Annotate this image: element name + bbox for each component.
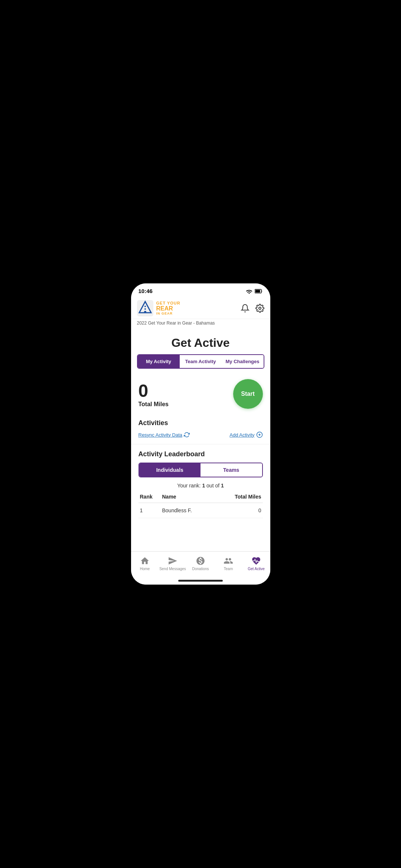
nav-team-label: Team (224, 567, 233, 571)
table-row: 1 Boundless F. 0 (138, 503, 263, 518)
send-icon (168, 556, 177, 566)
nav-get-active-label: Get Active (248, 567, 265, 571)
nav-get-active[interactable]: Get Active (242, 555, 270, 572)
start-button[interactable]: Start (233, 379, 263, 409)
leaderboard-tabs: Individuals Teams (138, 463, 263, 477)
org-logo-icon (137, 300, 153, 316)
home-bar (131, 578, 270, 585)
status-bar: 10:46 (131, 283, 270, 297)
status-time: 10:46 (138, 288, 153, 294)
donations-icon (196, 556, 205, 566)
nav-donations[interactable]: Donations (187, 555, 215, 572)
rank-info: Your rank: 1 out of 1 (138, 483, 263, 489)
sync-icon (184, 432, 190, 438)
status-icons (246, 289, 263, 294)
add-activity-icon (256, 431, 263, 438)
leaderboard-title: Activity Leaderboard (138, 450, 263, 458)
battery-icon (255, 289, 263, 293)
heart-activity-icon (251, 556, 261, 566)
header-logo: GET YOUR REAR IN GEAR (137, 300, 180, 316)
svg-point-6 (144, 306, 146, 307)
row-name: Boundless F. (162, 507, 228, 513)
col-miles-header: Total Miles (228, 494, 261, 500)
leaderboard-section: Activity Leaderboard Individuals Teams Y… (131, 444, 270, 518)
page-title: Get Active (131, 329, 270, 354)
total-miles-count: 0 (138, 381, 169, 401)
nav-donations-label: Donations (192, 567, 209, 571)
tab-team-activity[interactable]: Team Activity (180, 355, 222, 368)
logo-text: GET YOUR REAR IN GEAR (156, 301, 180, 316)
activity-tabs: My Activity Team Activity My Challenges (137, 354, 264, 369)
logo-get: GET YOUR (156, 301, 180, 305)
wifi-icon (246, 289, 252, 294)
svg-point-7 (259, 307, 261, 309)
add-activity-button[interactable]: Add Activity (229, 431, 263, 438)
header-actions (241, 304, 264, 313)
nav-send-label: Send Messages (159, 567, 186, 571)
svg-point-5 (144, 308, 146, 310)
nav-send-messages[interactable]: Send Messages (159, 555, 187, 572)
rank-value: 1 (202, 483, 205, 489)
home-indicator (178, 580, 223, 582)
table-header: Rank Name Total Miles (138, 494, 263, 503)
row-rank: 1 (140, 507, 162, 513)
nav-team[interactable]: Team (215, 555, 242, 572)
lb-tab-teams[interactable]: Teams (200, 463, 262, 477)
main-content: Get Active My Activity Team Activity My … (131, 329, 270, 551)
team-icon (224, 556, 233, 566)
miles-info: 0 Total Miles (138, 381, 169, 408)
col-rank-header: Rank (140, 494, 162, 500)
bottom-nav: Home Send Messages Donations Team (131, 551, 270, 578)
total-miles-label: Total Miles (138, 401, 169, 408)
header: GET YOUR REAR IN GEAR (131, 297, 270, 319)
col-name-header: Name (162, 494, 228, 500)
logo-gear: IN GEAR (156, 312, 180, 316)
lb-tab-individuals[interactable]: Individuals (139, 463, 201, 477)
activities-links: Resync Activity Data Add Activity (131, 429, 270, 444)
nav-home-label: Home (140, 567, 150, 571)
svg-rect-1 (255, 290, 260, 292)
nav-home[interactable]: Home (131, 555, 159, 572)
stats-row: 0 Total Miles Start (131, 375, 270, 416)
tab-my-challenges[interactable]: My Challenges (222, 355, 264, 368)
event-subtitle: 2022 Get Your Rear in Gear - Bahamas (131, 319, 270, 329)
row-miles: 0 (228, 507, 261, 513)
resync-activity-button[interactable]: Resync Activity Data (138, 431, 190, 438)
home-icon (140, 556, 150, 566)
phone-frame: 10:46 GET YOUR (131, 283, 270, 585)
svg-point-4 (144, 311, 146, 313)
rank-total: 1 (221, 483, 224, 489)
tab-my-activity[interactable]: My Activity (138, 355, 180, 368)
settings-icon[interactable] (255, 304, 264, 313)
notifications-icon[interactable] (241, 304, 250, 313)
activities-section-title: Activities (131, 416, 270, 429)
logo-rear: REAR (156, 305, 180, 312)
